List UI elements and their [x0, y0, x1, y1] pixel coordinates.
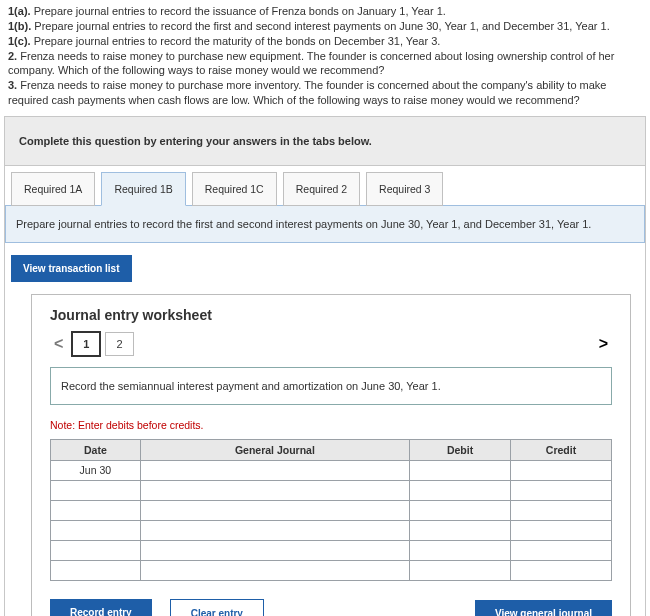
worksheet-title: Journal entry worksheet	[50, 307, 612, 323]
entry-description: Record the semiannual interest payment a…	[50, 367, 612, 405]
clear-entry-button[interactable]: Clear entry	[170, 599, 264, 616]
debits-note: Note: Enter debits before credits.	[50, 419, 612, 431]
table-row: Jun 30	[51, 460, 612, 480]
tab-strip: Required 1A Required 1B Required 1C Requ…	[5, 166, 645, 206]
tab-required-1c[interactable]: Required 1C	[192, 172, 277, 206]
col-credit: Credit	[511, 439, 612, 460]
tab-required-1a[interactable]: Required 1A	[11, 172, 95, 206]
tab-required-3[interactable]: Required 3	[366, 172, 443, 206]
debit-cell[interactable]	[410, 460, 511, 480]
tab-required-1b[interactable]: Required 1B	[101, 172, 185, 206]
table-row	[51, 500, 612, 520]
pager-prev-icon[interactable]: <	[50, 335, 67, 353]
tab-required-2[interactable]: Required 2	[283, 172, 360, 206]
view-transaction-list-button[interactable]: View transaction list	[11, 255, 132, 282]
date-cell[interactable]: Jun 30	[51, 460, 141, 480]
gj-cell[interactable]	[140, 460, 409, 480]
pager-page-2[interactable]: 2	[105, 332, 133, 356]
journal-table: Date General Journal Debit Credit Jun 30	[50, 439, 612, 581]
journal-entry-worksheet: Journal entry worksheet < 1 2 > Record t…	[31, 294, 631, 616]
instruction-bar: Complete this question by entering your …	[5, 117, 645, 166]
answer-panel: Complete this question by entering your …	[4, 116, 646, 616]
worksheet-button-row: Record entry Clear entry View general jo…	[50, 599, 612, 616]
active-tab-prompt: Prepare journal entries to record the fi…	[5, 205, 645, 243]
col-general-journal: General Journal	[140, 439, 409, 460]
record-entry-button[interactable]: Record entry	[50, 599, 152, 616]
view-general-journal-button[interactable]: View general journal	[475, 600, 612, 616]
question-block: 1(a). Prepare journal entries to record …	[0, 0, 650, 110]
table-row	[51, 520, 612, 540]
table-row	[51, 480, 612, 500]
col-debit: Debit	[410, 439, 511, 460]
pager-page-1[interactable]: 1	[71, 331, 101, 357]
table-row	[51, 540, 612, 560]
table-row	[51, 560, 612, 580]
col-date: Date	[51, 439, 141, 460]
credit-cell[interactable]	[511, 460, 612, 480]
pager-next-icon[interactable]: >	[595, 335, 612, 353]
entry-pager: < 1 2 >	[50, 331, 612, 357]
